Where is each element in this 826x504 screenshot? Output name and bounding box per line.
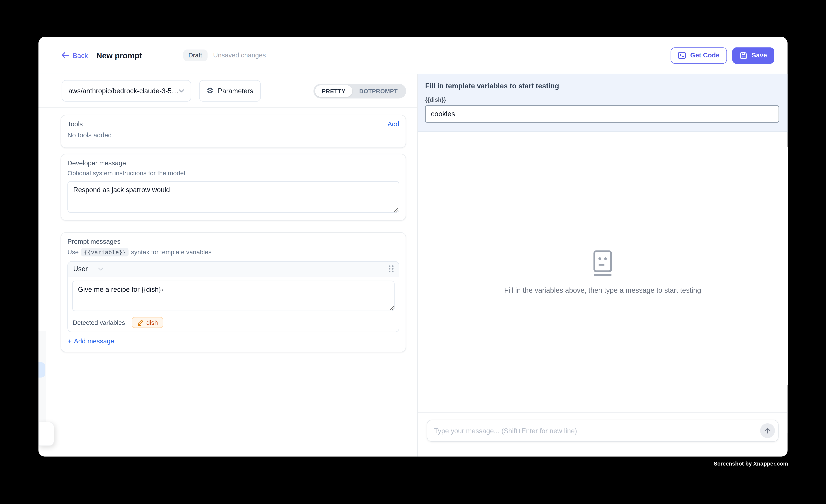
prompt-editor-window: Back New prompt Draft Unsaved changes Ge… <box>39 37 787 456</box>
plus-icon: + <box>381 121 385 128</box>
add-tool-button[interactable]: + Add <box>381 121 399 128</box>
page-title: New prompt <box>96 51 142 60</box>
tools-empty-text: No tools added <box>67 132 399 139</box>
developer-message-input[interactable]: Respond as jack sparrow would <box>67 181 399 212</box>
parameters-button[interactable]: ⚙ Parameters <box>199 80 260 102</box>
test-panel-title: Fill in template variables to start test… <box>425 82 779 90</box>
terminal-icon <box>678 51 686 59</box>
subtitle-prefix: Use <box>67 248 79 256</box>
save-label: Save <box>752 52 767 59</box>
developer-message-subtitle: Optional system instructions for the mod… <box>67 170 399 177</box>
tools-title: Tools <box>67 121 83 128</box>
send-message-button[interactable] <box>760 423 775 438</box>
get-code-button[interactable]: Get Code <box>671 47 727 63</box>
add-tool-label: Add <box>388 121 399 128</box>
message-group: User Give me a recipe for {{dish}} Detec… <box>67 261 399 332</box>
add-message-button[interactable]: + Add message <box>67 337 114 345</box>
parameters-label: Parameters <box>218 87 253 95</box>
screenshot-stage: Back New prompt Draft Unsaved changes Ge… <box>0 0 826 504</box>
developer-message-card: Developer message Optional system instru… <box>61 154 406 220</box>
toggle-option-dotprompt[interactable]: DOTPROMPT <box>352 85 405 97</box>
header: Back New prompt Draft Unsaved changes Ge… <box>39 37 787 74</box>
subtitle-suffix: syntax for template variables <box>131 248 212 256</box>
chat-input-bar <box>418 412 787 456</box>
toggle-option-pretty[interactable]: PRETTY <box>315 85 353 97</box>
status-badge: Draft <box>183 50 207 61</box>
variable-syntax-chip: {{variable}} <box>81 248 128 256</box>
detected-variables-label: Detected variables: <box>73 319 127 326</box>
developer-message-title: Developer message <box>67 160 399 167</box>
back-button[interactable]: Back <box>62 51 88 59</box>
tools-card: Tools + Add No tools added <box>61 115 406 148</box>
variable-badge-dish[interactable]: dish <box>132 317 163 328</box>
prompt-messages-title: Prompt messages <box>67 238 399 245</box>
prompt-messages-subtitle: Use {{variable}} syntax for template var… <box>67 248 399 256</box>
gear-icon: ⚙ <box>206 87 214 95</box>
empty-state-text: Fill in the variables above, then type a… <box>504 286 701 294</box>
chevron-down-icon <box>98 267 104 270</box>
unsaved-changes-text: Unsaved changes <box>213 52 266 59</box>
variable-badge-label: dish <box>146 319 158 326</box>
pencil-icon <box>137 319 143 326</box>
message-content-input[interactable]: Give me a recipe for {{dish}} <box>72 281 395 311</box>
back-label: Back <box>73 51 88 59</box>
template-variables-header: Fill in template variables to start test… <box>418 74 787 132</box>
message-role-select[interactable]: User <box>73 265 88 273</box>
editor-toolbar: aws/anthropic/bedrock-claude-3-5-s... ⚙ … <box>39 74 417 108</box>
message-role-row: User <box>68 262 399 276</box>
header-actions: Get Code Save <box>671 47 774 63</box>
variable-name-label: {{dish}} <box>425 97 779 103</box>
watermark-text: Screenshot by Xnapper.com <box>714 460 788 467</box>
message-body: Give me a recipe for {{dish}} Detected v… <box>68 276 399 332</box>
model-selector-value: aws/anthropic/bedrock-claude-3-5-s... <box>68 87 179 95</box>
model-selector[interactable]: aws/anthropic/bedrock-claude-3-5-s... <box>62 80 191 102</box>
variable-value-input[interactable] <box>425 105 779 123</box>
save-icon <box>740 51 747 59</box>
add-message-label: Add message <box>74 337 114 345</box>
drag-handle-icon[interactable] <box>389 265 394 272</box>
editor-body: Tools + Add No tools added Developer mes… <box>39 108 417 456</box>
get-code-label: Get Code <box>690 52 719 59</box>
floating-card-fragment <box>39 422 54 446</box>
chat-empty-state: Fill in the variables above, then type a… <box>418 132 787 413</box>
robot-face-icon <box>592 250 613 276</box>
main-content: aws/anthropic/bedrock-claude-3-5-s... ⚙ … <box>39 74 787 456</box>
prompt-messages-card: Prompt messages Use {{variable}} syntax … <box>61 232 406 352</box>
chevron-down-icon <box>179 89 184 93</box>
plus-icon: + <box>67 337 71 345</box>
chat-message-input[interactable] <box>427 420 778 442</box>
sidebar-active-item[interactable] <box>39 362 45 378</box>
detected-variables-row: Detected variables: dish <box>72 317 395 328</box>
view-mode-toggle: PRETTY DOTPROMPT <box>313 83 406 98</box>
test-panel: Fill in template variables to start test… <box>418 74 787 456</box>
save-button[interactable]: Save <box>732 47 774 63</box>
arrow-up-icon <box>764 427 771 434</box>
editor-panel: aws/anthropic/bedrock-claude-3-5-s... ⚙ … <box>39 74 418 456</box>
arrow-left-icon <box>62 52 69 59</box>
